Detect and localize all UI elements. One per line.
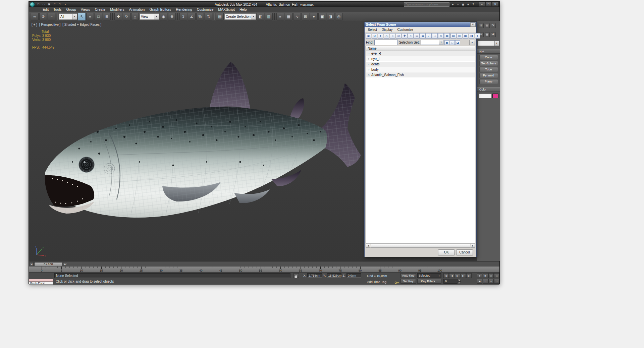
timeline-frame-100[interactable]: 100 (437, 269, 442, 272)
angle-snap-icon[interactable]: ∠ (188, 13, 196, 20)
current-frame-field[interactable]: 0 (443, 279, 458, 284)
timeline-frame-55[interactable]: 55 (259, 269, 262, 272)
viewport-pov-menu[interactable]: [ Perspective ] (39, 23, 60, 26)
use-pivot-point-center-icon[interactable]: ◉ (160, 13, 167, 20)
scroll-left-icon[interactable]: ◀ (366, 244, 370, 247)
play-animation-icon[interactable]: ▶ (455, 273, 460, 278)
timeline-frame-60[interactable]: 60 (279, 269, 282, 272)
timeline-frame-25[interactable]: 25 (140, 269, 143, 272)
scroll-right-icon[interactable]: ▶ (471, 244, 475, 247)
scene-object-row[interactable]: ○body (366, 67, 475, 72)
percent-snap-icon[interactable]: % (196, 13, 204, 20)
display-everything-icon[interactable]: ◉ (366, 33, 371, 39)
frame-spinner[interactable]: ▲▼ (458, 279, 461, 284)
name-column-header[interactable]: Name (366, 46, 475, 51)
scrollbar-thumb[interactable] (371, 244, 470, 247)
chevron-down-icon[interactable]: ▾ (494, 41, 499, 46)
auto-key-button[interactable]: Auto Key (400, 273, 416, 278)
object-name-field[interactable] (479, 94, 492, 98)
add-time-tag[interactable]: Add Time Tag (367, 280, 386, 284)
object-color-swatch[interactable] (492, 94, 498, 98)
systems-category-icon[interactable]: ✚ (491, 32, 496, 37)
minimize-button[interactable]: – (479, 2, 485, 7)
dialog-menu-select[interactable]: Select (365, 28, 379, 32)
x-coordinate-field[interactable]: 2,758cm (307, 273, 322, 278)
menu-animation[interactable]: Animation (127, 7, 147, 12)
select-and-manipulate-icon[interactable]: ⊕ (168, 13, 176, 20)
graphite-modeling-ribbon-icon[interactable]: ▦ (285, 13, 292, 20)
menu-edit[interactable]: Edit (40, 7, 51, 12)
set-key-button[interactable]: Set Key (400, 279, 416, 284)
align-icon[interactable]: ▥ (265, 13, 273, 20)
menu-views[interactable]: Views (78, 7, 93, 12)
go-to-end-icon[interactable]: ▶| (466, 273, 472, 278)
list-view-icon[interactable]: ▤ (450, 33, 456, 39)
timeline-frame-5[interactable]: 5 (61, 269, 62, 272)
create-tube-button[interactable]: Tube (479, 67, 498, 72)
redo-icon[interactable]: ↷ (58, 2, 62, 6)
time-slider[interactable]: 0 / 100 (34, 262, 62, 266)
mirror-icon[interactable]: ◧ (257, 13, 264, 20)
timeline-frame-75[interactable]: 75 (339, 269, 342, 272)
create-pyramid-button[interactable]: Pyramid (479, 73, 498, 78)
timeline-frame-70[interactable]: 70 (319, 269, 322, 272)
timeline-frame-45[interactable]: 45 (219, 269, 222, 272)
menu-create[interactable]: Create (93, 7, 108, 12)
z-coordinate-field[interactable]: 0,0cm (346, 273, 361, 278)
field-of-view-icon[interactable]: □ (494, 279, 499, 284)
display-space-warps-icon[interactable]: ≈ (408, 33, 414, 39)
create-geosphere-button[interactable]: GeoSphere (479, 61, 498, 66)
select-none-icon[interactable]: □ (450, 40, 455, 45)
named-selection-sets-dropdown[interactable]: Create Selection Set▾ (224, 13, 256, 20)
y-coordinate-field[interactable]: 15,526cm (327, 273, 341, 278)
dialog-menu-display[interactable]: Display (379, 28, 395, 32)
search-icon[interactable]: ∞ (456, 2, 460, 6)
save-file-icon[interactable]: ▣ (47, 2, 51, 6)
material-editor-icon[interactable]: ● (310, 13, 318, 20)
display-helpers-icon[interactable]: ✚ (402, 33, 408, 39)
infocenter-arrow-icon[interactable]: ▸ (451, 2, 455, 6)
select-and-move-icon[interactable]: ✚ (114, 13, 122, 20)
undo-icon[interactable]: ↶ (52, 2, 57, 6)
timeline-frame-30[interactable]: 30 (159, 269, 162, 272)
set-key-mode-icon[interactable] (394, 280, 399, 286)
display-containers-icon[interactable]: □ (432, 33, 438, 39)
timeline-frame-90[interactable]: 90 (398, 269, 401, 272)
create-plane-button[interactable]: Plane (479, 79, 498, 84)
timeline-frame-0[interactable]: 0 (41, 269, 43, 272)
subscription-center-icon[interactable]: ◉ (461, 2, 465, 6)
chevron-down-icon[interactable]: ▾ (251, 14, 256, 19)
render-production-icon[interactable]: ◎ (335, 13, 343, 20)
restore-button[interactable]: □ (485, 2, 492, 7)
menu-graph-editors[interactable]: Graph Editors (147, 7, 173, 12)
display-bones-icon[interactable]: ∕ (426, 33, 432, 39)
go-to-start-icon[interactable]: |◀ (443, 273, 449, 278)
snaps-toggle-icon[interactable]: 3 (179, 13, 187, 20)
pan-icon[interactable]: ✚ (477, 279, 482, 284)
space-warps-category-icon[interactable]: ▦ (485, 32, 490, 37)
selection-status-field[interactable]: None Selected (54, 273, 290, 278)
timeline-ruler[interactable]: 0510152025303540455055606570758085909510… (29, 267, 499, 273)
timeline-frame-20[interactable]: 20 (120, 269, 123, 272)
timeline-frame-85[interactable]: 85 (378, 269, 381, 272)
zoom-extents-icon[interactable]: ◎ (488, 273, 494, 278)
scene-object-row[interactable]: ○dents (366, 62, 475, 67)
name-color-rollout-header[interactable]: Color (477, 87, 500, 92)
selection-filter-dropdown[interactable]: All▾ (59, 13, 77, 20)
display-tab-icon[interactable]: ▤ (485, 23, 490, 28)
select-all-icon[interactable]: ▣ (444, 40, 449, 45)
chevron-down-icon[interactable]: ▾ (72, 14, 77, 19)
previous-frame-arrow-icon[interactable]: ◀ (30, 262, 34, 266)
timeline-frame-50[interactable]: 50 (239, 269, 242, 272)
dialog-title-bar[interactable]: Select From Scene ✕ (365, 22, 476, 27)
find-input[interactable] (374, 40, 398, 45)
ok-button[interactable]: OK (438, 249, 455, 255)
timeline-frame-65[interactable]: 65 (299, 269, 302, 272)
layer-manager-icon[interactable]: ≡ (276, 13, 284, 20)
3ds-max-logo-icon[interactable] (30, 2, 35, 7)
scene-object-row[interactable]: ○eye_R (366, 51, 475, 56)
view-dropdown-icon[interactable]: ▾ (475, 33, 480, 39)
display-lights-icon[interactable]: ☼ (390, 33, 395, 39)
utilities-tab-icon[interactable]: ✎ (491, 23, 496, 28)
sort-icon[interactable]: ◨ (469, 33, 474, 39)
